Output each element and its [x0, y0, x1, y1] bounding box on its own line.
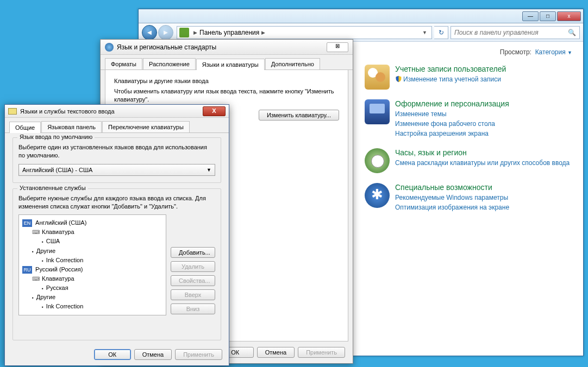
chevron-icon: ▶	[261, 30, 265, 35]
chevron-down-icon: ▼	[207, 167, 211, 173]
main-titlebar: — □ x	[139, 9, 583, 23]
search-icon: 🔍	[568, 29, 576, 36]
category-title[interactable]: Оформление и персонализация	[395, 99, 509, 108]
forward-button[interactable]: ►	[158, 25, 173, 40]
tree-keyboard-node[interactable]: КлавиатураРусская	[32, 274, 164, 293]
category-link[interactable]: Настройка разрешения экрана	[395, 129, 509, 138]
chevron-icon: ▶	[193, 30, 197, 35]
refresh-button[interactable]: ↻	[434, 26, 448, 39]
tab-1[interactable]: Расположение	[143, 58, 196, 69]
category-title[interactable]: Специальные возможности	[395, 183, 509, 192]
category-link[interactable]: Изменение темы	[395, 109, 509, 119]
apply-button[interactable]: Применить	[175, 349, 222, 360]
dialog1-tabs: ФорматыРасположениеЯзыки и клавиатурыДоп…	[101, 55, 353, 70]
tree-other-node[interactable]: ДругиеInk Correction	[32, 246, 164, 265]
combo-value: Английский (США) - США	[22, 167, 92, 173]
lang-badge: RU	[22, 266, 32, 274]
chevron-down-icon[interactable]: ▼	[422, 30, 427, 35]
category-item: Учетные записи пользователейИзменение ти…	[365, 65, 572, 90]
default-language-combo[interactable]: Английский (США) - США ▼	[18, 164, 215, 176]
category-link[interactable]: Смена раскладки клавиатуры или других сп…	[395, 158, 570, 168]
ok-button[interactable]: ОК	[94, 349, 131, 360]
tab-0[interactable]: Форматы	[105, 58, 142, 69]
dialog2-tabs: ОбщиеЯзыковая панельПереключение клавиат…	[5, 118, 229, 133]
tab-2[interactable]: Языки и клавиатуры	[196, 59, 265, 70]
back-button[interactable]: ◄	[142, 25, 157, 40]
lang-badge: EN	[22, 219, 32, 227]
tree-keyboard-node[interactable]: КлавиатураСША	[32, 227, 164, 246]
properties-button[interactable]: Свойства...	[171, 275, 215, 286]
remove-button[interactable]: Удалить	[171, 261, 215, 272]
dialog2-title: Языки и службы текстового ввода	[20, 108, 115, 115]
tab-3[interactable]: Дополнительно	[265, 58, 320, 69]
change-keyboard-button[interactable]: Изменить клавиатуру...	[259, 110, 339, 121]
category-link[interactable]: Рекомендуемые Windows параметры	[395, 193, 509, 203]
tab-1[interactable]: Языковая панель	[41, 121, 102, 132]
category-icon	[365, 183, 390, 208]
tab-2[interactable]: Переключение клавиатуры	[102, 121, 190, 132]
group-text: Выберите нужные службы для каждого языка…	[18, 194, 215, 211]
section-heading: Клавиатуры и другие языки ввода	[114, 78, 339, 84]
move-down-button[interactable]: Вниз	[171, 303, 215, 314]
dialog2-titlebar: Языки и службы текстового ввода X	[5, 105, 229, 118]
close-button[interactable]: x	[557, 11, 581, 21]
category-title[interactable]: Учетные записи пользователей	[395, 65, 506, 73]
move-up-button[interactable]: Вверх	[171, 289, 215, 300]
tree-lang[interactable]: EN Английский (США)КлавиатураСШАДругиеIn…	[22, 218, 164, 264]
keyboard-icon	[8, 108, 17, 115]
tree-layout[interactable]: США	[42, 237, 164, 246]
breadcrumb-text: Панель управления	[199, 29, 259, 36]
tree-item[interactable]: Ink Correction	[42, 256, 164, 265]
control-panel-icon	[179, 28, 189, 37]
shield-icon	[395, 75, 402, 83]
cancel-button[interactable]: Отмена	[134, 349, 172, 360]
search-input[interactable]	[454, 29, 568, 36]
dialog2-close-button[interactable]: X	[203, 106, 226, 116]
add-button[interactable]: Добавить...	[171, 247, 215, 258]
tab-0[interactable]: Общие	[9, 122, 41, 133]
category-list: Учетные записи пользователейИзменение ти…	[365, 65, 572, 212]
view-dropdown[interactable]: Категория ▼	[535, 48, 572, 56]
group-legend: Язык ввода по умолчанию	[17, 134, 95, 140]
breadcrumb[interactable]: ▶ Панель управления ▶ ▼	[177, 26, 432, 39]
dialog2-body: Язык ввода по умолчанию Выберите один из…	[5, 133, 229, 350]
dialog-title: Язык и региональные стандарты	[117, 43, 216, 51]
category-icon	[365, 148, 390, 173]
apply-button[interactable]: Применить	[298, 347, 345, 358]
globe-icon	[105, 43, 114, 52]
category-title[interactable]: Часы, язык и регион	[395, 148, 570, 157]
category-link[interactable]: Оптимизация изображения на экране	[395, 203, 509, 212]
tree-lang[interactable]: RU Русский (Россия)КлавиатураРусскаяДруг…	[22, 265, 164, 311]
category-item: Специальные возможностиРекомендуемые Win…	[365, 183, 572, 212]
tree-other-node[interactable]: ДругиеInk Correction	[32, 293, 164, 311]
dialog-close-button[interactable]: ⊠	[327, 42, 348, 52]
category-item: Оформление и персонализацияИзменение тем…	[365, 99, 572, 138]
category-link[interactable]: Изменение типа учетной записи	[395, 74, 506, 84]
category-icon	[365, 65, 390, 90]
group-text: Выберите один из установленных языков вв…	[18, 143, 215, 160]
tree-item[interactable]: Ink Correction	[42, 302, 164, 311]
dialog-titlebar: Язык и региональные стандарты ⊠	[101, 40, 353, 55]
default-language-group: Язык ввода по умолчанию Выберите один из…	[12, 137, 221, 183]
language-tree[interactable]: EN Английский (США)КлавиатураСШАДругиеIn…	[18, 214, 166, 315]
category-item: Часы, язык и регионСмена раскладки клави…	[365, 148, 572, 173]
category-icon	[365, 99, 390, 124]
minimize-button[interactable]: —	[522, 11, 539, 21]
dialog2-footer: ОК Отмена Применить	[94, 349, 222, 360]
search-box[interactable]: 🔍	[451, 26, 580, 39]
group-legend: Установленные службы	[17, 185, 88, 191]
section-text: Чтобы изменить клавиатуру или язык ввода…	[114, 87, 339, 104]
tree-layout[interactable]: Русская	[42, 283, 164, 293]
category-link[interactable]: Изменение фона рабочего стола	[395, 119, 509, 129]
installed-services-group: Установленные службы Выберите нужные слу…	[12, 188, 221, 340]
maximize-button[interactable]: □	[540, 11, 556, 21]
text-services-dialog: Языки и службы текстового ввода X ОбщиеЯ…	[4, 104, 229, 366]
dialog1-footer: ОК Отмена Применить	[217, 347, 345, 358]
cancel-button[interactable]: Отмена	[257, 347, 295, 358]
tree-buttons: Добавить... Удалить Свойства... Вверх Вн…	[171, 247, 215, 315]
